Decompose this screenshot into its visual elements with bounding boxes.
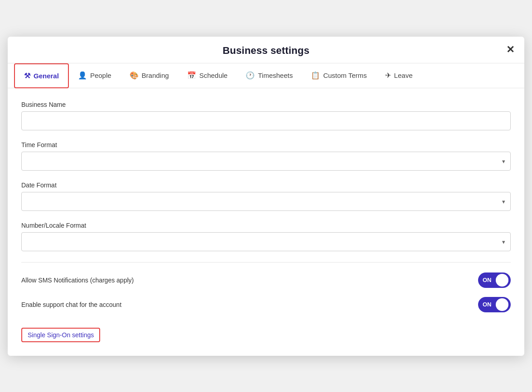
modal-body: Business Name Time Format ▾ Date Format … <box>8 88 524 356</box>
tab-people[interactable]: 👤 People <box>69 64 121 88</box>
number-locale-select[interactable] <box>21 232 511 251</box>
support-chat-label: Enable support chat for the account <box>21 301 121 308</box>
schedule-icon: 📅 <box>187 71 196 80</box>
number-locale-label: Number/Locale Format <box>21 222 511 229</box>
date-format-field: Date Format ▾ <box>21 182 511 211</box>
section-divider <box>21 262 511 263</box>
modal-header: Business settings ✕ <box>8 37 524 63</box>
date-format-label: Date Format <box>21 182 511 189</box>
timesheets-icon: 🕐 <box>246 71 255 80</box>
tab-general-label: General <box>34 72 59 80</box>
leave-icon: ✈ <box>385 71 391 80</box>
tab-schedule-label: Schedule <box>199 72 228 79</box>
tab-timesheets-label: Timesheets <box>258 72 293 79</box>
business-name-input[interactable] <box>21 111 511 130</box>
time-format-select[interactable] <box>21 152 511 171</box>
tab-general[interactable]: ⚒ General <box>14 63 69 88</box>
support-chat-toggle-knob <box>496 298 508 311</box>
number-locale-select-wrapper: ▾ <box>21 232 511 251</box>
sms-notifications-label: Allow SMS Notifications (charges apply) <box>21 277 134 284</box>
people-icon: 👤 <box>78 71 87 80</box>
tab-branding-label: Branding <box>142 72 169 79</box>
business-name-label: Business Name <box>21 101 511 108</box>
support-chat-row: Enable support chat for the account ON <box>21 297 511 312</box>
tab-schedule[interactable]: 📅 Schedule <box>178 64 237 88</box>
custom-terms-icon: 📋 <box>311 71 320 80</box>
tab-branding[interactable]: 🎨 Branding <box>121 64 178 88</box>
general-icon: ⚒ <box>24 72 30 80</box>
business-settings-modal: Business settings ✕ ⚒ General 👤 People 🎨… <box>8 37 524 356</box>
sms-notifications-row: Allow SMS Notifications (charges apply) … <box>21 272 511 288</box>
number-locale-field: Number/Locale Format ▾ <box>21 222 511 251</box>
sms-toggle-state: ON <box>483 277 492 283</box>
date-format-select-wrapper: ▾ <box>21 192 511 211</box>
time-format-select-wrapper: ▾ <box>21 152 511 171</box>
time-format-field: Time Format ▾ <box>21 141 511 171</box>
tab-people-label: People <box>90 72 111 79</box>
tab-timesheets[interactable]: 🕐 Timesheets <box>237 64 302 88</box>
tab-custom-terms[interactable]: 📋 Custom Terms <box>302 64 376 88</box>
sms-toggle-knob <box>496 274 508 287</box>
support-chat-toggle-state: ON <box>483 301 492 308</box>
sms-notifications-toggle[interactable]: ON <box>478 272 511 288</box>
tab-custom-terms-label: Custom Terms <box>323 72 367 79</box>
tab-bar: ⚒ General 👤 People 🎨 Branding 📅 Schedule… <box>8 63 524 88</box>
modal-title: Business settings <box>222 45 310 57</box>
branding-icon: 🎨 <box>130 71 139 80</box>
business-name-field: Business Name <box>21 101 511 130</box>
close-button[interactable]: ✕ <box>506 45 514 55</box>
tab-leave-label: Leave <box>394 72 413 79</box>
time-format-label: Time Format <box>21 141 511 148</box>
sso-link[interactable]: Single Sign-On settings <box>21 328 100 342</box>
support-chat-toggle[interactable]: ON <box>478 297 511 312</box>
tab-leave[interactable]: ✈ Leave <box>376 64 422 88</box>
date-format-select[interactable] <box>21 192 511 211</box>
